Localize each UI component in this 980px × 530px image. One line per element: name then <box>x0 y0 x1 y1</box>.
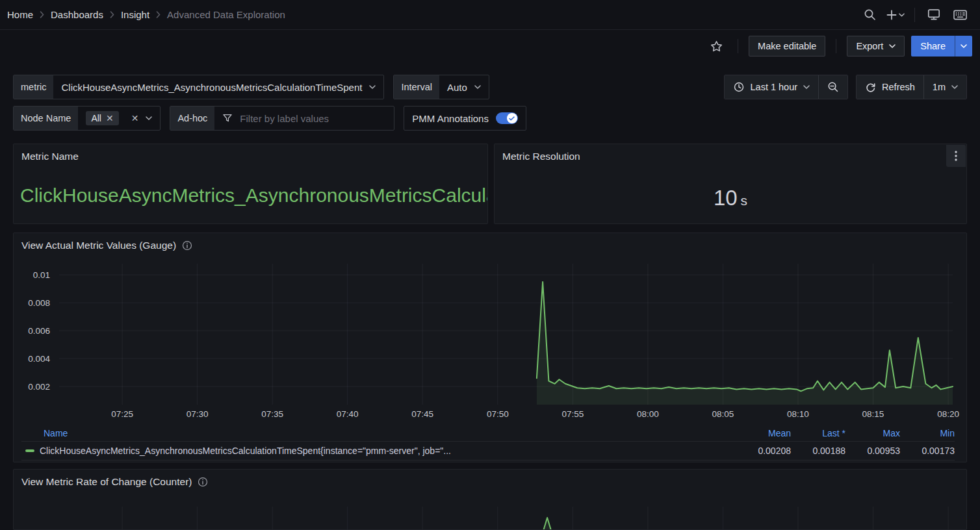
metric-name-panel: Metric Name ClickHouseAsyncMetrics_Async… <box>13 144 488 224</box>
legend-col-last[interactable]: Last * <box>791 428 845 438</box>
zoom-out-time-button[interactable] <box>818 75 847 99</box>
kiosk-monitor-icon[interactable] <box>923 5 945 25</box>
divider <box>836 39 836 53</box>
breadcrumb-dashboards[interactable]: Dashboards <box>51 9 103 20</box>
chevron-down-icon <box>146 116 152 120</box>
time-picker-group: Last 1 hour <box>724 75 849 99</box>
make-editable-button[interactable]: Make editable <box>749 36 825 57</box>
svg-text:08:20: 08:20 <box>937 409 959 419</box>
share-menu-caret[interactable] <box>955 36 972 57</box>
panel-header: Metric Resolution <box>495 144 966 169</box>
filters-row: Node Name All ✕ ✕ Ad-hoc PMM Annotations <box>13 106 967 131</box>
adhoc-filter-label: Ad-hoc <box>170 107 214 130</box>
svg-text:07:45: 07:45 <box>411 409 433 419</box>
legend-col-mean[interactable]: Mean <box>736 428 791 438</box>
divider <box>738 39 738 53</box>
adhoc-filter-input-wrap <box>214 107 394 130</box>
remove-chip-icon[interactable]: ✕ <box>106 114 114 123</box>
panel-header: View Metric Rate of Change (Counter) <box>14 470 966 494</box>
legend-series-row: ClickHouseAsyncMetrics_AsynchronousMetri… <box>21 441 955 461</box>
share-button-group: Share <box>911 36 972 57</box>
metric-resolution-panel: Metric Resolution 10s <box>494 144 967 224</box>
metric-resolution-value: 10s <box>495 186 966 210</box>
series-name[interactable]: ClickHouseAsyncMetrics_AsynchronousMetri… <box>40 446 451 456</box>
series-min-value: 0.00173 <box>900 446 955 456</box>
node-name-label: Node Name <box>14 107 78 130</box>
breadcrumb-current-page: Advanced Data Exploration <box>167 9 285 20</box>
keyboard-shortcuts-icon[interactable] <box>949 5 971 25</box>
time-range-picker[interactable]: Last 1 hour <box>725 75 819 99</box>
interval-variable-select[interactable]: Auto <box>439 75 489 99</box>
adhoc-filter-input[interactable] <box>240 113 386 124</box>
svg-text:08:05: 08:05 <box>712 409 734 419</box>
svg-text:07:55: 07:55 <box>561 409 584 419</box>
breadcrumb-insight[interactable]: Insight <box>121 9 149 20</box>
top-nav: Home Dashboards Insight Advanced Data Ex… <box>0 0 980 30</box>
metric-variable-label: metric <box>14 75 53 99</box>
zoom-out-icon <box>827 81 839 93</box>
pmm-annotations-control: PMM Annotations <box>404 106 526 131</box>
divider <box>914 8 915 22</box>
info-icon[interactable] <box>198 477 208 487</box>
star-favorite-icon[interactable] <box>705 36 727 57</box>
legend-col-max[interactable]: Max <box>845 428 900 438</box>
export-button[interactable]: Export <box>847 36 905 57</box>
series-last-value: 0.00188 <box>791 446 845 456</box>
refresh-group: Refresh 1m <box>856 75 967 99</box>
panel-title: View Metric Rate of Change (Counter) <box>21 476 192 488</box>
gauge-chart[interactable]: 07:2507:3007:3507:4007:4507:5007:5508:00… <box>14 233 968 423</box>
svg-text:0.004: 0.004 <box>28 354 50 364</box>
breadcrumb-home[interactable]: Home <box>7 9 33 20</box>
panel-menu-kebab-icon[interactable] <box>946 145 966 167</box>
node-name-variable: Node Name All ✕ ✕ <box>13 106 161 131</box>
search-icon[interactable] <box>858 5 881 25</box>
interval-variable-label: Interval <box>394 75 439 99</box>
chevron-down-icon <box>803 85 810 89</box>
counter-panel: View Metric Rate of Change (Counter) <box>13 469 967 530</box>
legend-col-min[interactable]: Min <box>900 428 955 438</box>
add-new-icon[interactable] <box>884 5 907 25</box>
pmm-annotations-toggle[interactable] <box>496 112 518 124</box>
adhoc-filter: Ad-hoc <box>170 106 394 131</box>
refresh-icon <box>865 82 876 93</box>
legend-col-name[interactable]: Name <box>21 428 736 438</box>
gauge-panel: 07:2507:3007:3507:4007:4507:5007:5508:00… <box>13 233 967 462</box>
chevron-right-icon <box>156 11 161 18</box>
node-name-selected-chip[interactable]: All ✕ <box>86 111 118 125</box>
variables-row: metric ClickHouseAsyncMetrics_Asynchrono… <box>13 75 967 99</box>
panel-header: Metric Name <box>14 144 487 169</box>
info-icon[interactable] <box>182 240 192 251</box>
svg-text:07:40: 07:40 <box>337 409 359 419</box>
series-color-marker <box>25 449 34 452</box>
chevron-down-icon <box>961 44 967 48</box>
chevron-down-icon <box>889 44 896 48</box>
share-button[interactable]: Share <box>911 36 955 57</box>
chevron-down-icon <box>474 85 481 89</box>
svg-text:07:35: 07:35 <box>261 409 283 419</box>
svg-text:0.008: 0.008 <box>28 298 50 308</box>
interval-variable: Interval Auto <box>393 75 489 99</box>
refresh-interval-select[interactable]: 1m <box>923 75 966 99</box>
legend-table: Name Mean Last * Max Min ClickHouseAsync… <box>21 425 959 461</box>
svg-text:07:25: 07:25 <box>111 409 133 419</box>
svg-text:07:30: 07:30 <box>187 409 209 419</box>
toggle-knob <box>507 113 517 123</box>
chevron-right-icon <box>110 11 114 18</box>
series-max-value: 0.00953 <box>845 446 900 456</box>
series-mean-value: 0.00208 <box>736 446 791 456</box>
refresh-button[interactable]: Refresh <box>857 75 923 99</box>
clear-selection-icon[interactable]: ✕ <box>131 114 139 123</box>
panel-title: Metric Resolution <box>502 151 580 162</box>
svg-text:08:00: 08:00 <box>637 409 659 419</box>
metric-variable-select[interactable]: ClickHouseAsyncMetrics_AsynchronousMetri… <box>53 75 383 99</box>
metric-resolution-unit: s <box>741 193 748 208</box>
legend-header: Name Mean Last * Max Min <box>21 425 955 441</box>
chevron-down-icon <box>369 85 376 89</box>
svg-text:0.01: 0.01 <box>33 270 50 280</box>
dashboard-toolbar: Make editable Export Share <box>0 30 980 62</box>
pmm-annotations-label: PMM Annotations <box>404 107 526 130</box>
node-name-select[interactable]: All ✕ ✕ <box>78 107 160 130</box>
panel-title: Metric Name <box>21 151 79 162</box>
metric-name-value: ClickHouseAsyncMetrics_AsynchronousMetri… <box>20 184 487 207</box>
svg-text:08:10: 08:10 <box>787 409 809 419</box>
